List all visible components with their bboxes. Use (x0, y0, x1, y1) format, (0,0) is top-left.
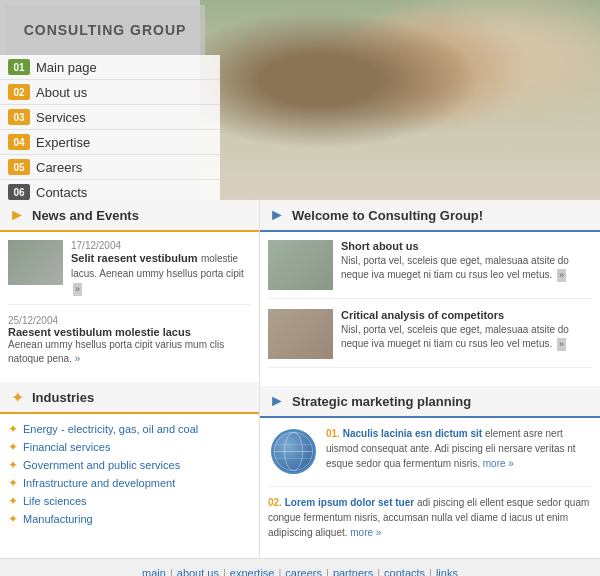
footer-link-about[interactable]: about us (177, 567, 219, 576)
footer-links: main | about us | expertise | careers | … (8, 567, 592, 576)
welcome-thumb-1 (268, 309, 333, 359)
strategic-more-link-1[interactable]: more » (350, 527, 381, 538)
industry-link-1[interactable]: Financial services (23, 441, 110, 453)
news-section: 17/12/2004 Selit raesent vestibulum mole… (0, 240, 259, 382)
industry-link-5[interactable]: Manufacturing (23, 513, 93, 525)
globe (271, 429, 316, 474)
welcome-thumb-0 (268, 240, 333, 290)
footer-link-expertise[interactable]: expertise (230, 567, 275, 576)
nav-item-expertise[interactable]: 04 Expertise (0, 130, 220, 155)
nav-label-about: About us (36, 85, 87, 100)
nav-label-services: Services (36, 110, 86, 125)
header-bg-image (200, 0, 600, 200)
industry-bullet-5: ✦ (8, 512, 18, 526)
welcome-thumb-img-1 (268, 309, 333, 359)
news-section-header: ► News and Events (0, 200, 259, 232)
welcome-sub-title-0: Short about us (341, 240, 592, 252)
welcome-item-0: Short about us Nisl, porta vel, sceleis … (268, 240, 592, 299)
welcome-more-box-1: » (557, 338, 566, 351)
news-body-2: Aenean ummy hsellus porta cipit varius m… (8, 338, 251, 366)
logo-area: CONSULTING GROUP (5, 5, 205, 55)
welcome-sub-title-1: Critical analysis of competitors (341, 309, 592, 321)
welcome-thumb-img-0 (268, 240, 333, 290)
industry-link-2[interactable]: Government and public services (23, 459, 180, 471)
nav-label-main: Main page (36, 60, 97, 75)
news-item-1: 17/12/2004 Selit raesent vestibulum mole… (8, 240, 251, 305)
main-nav: 01 Main page 02 About us 03 Services 04 … (0, 55, 220, 200)
logo-text: CONSULTING GROUP (24, 22, 187, 38)
industry-item-4[interactable]: ✦ Life sciences (8, 494, 251, 508)
footer-link-contacts[interactable]: contacts (384, 567, 425, 576)
nav-item-services[interactable]: 03 Services (0, 105, 220, 130)
industry-link-4[interactable]: Life sciences (23, 495, 87, 507)
nav-item-main[interactable]: 01 Main page (0, 55, 220, 80)
news-headline-1: Selit raesent vestibulum (71, 252, 198, 264)
strategic-item-0: 01. Naculis lacinia esn dictum sit eleme… (268, 426, 592, 476)
welcome-section-header: ► Welcome to Consulting Group! (260, 200, 600, 232)
strategic-num-0: 01. (326, 428, 340, 439)
strategic-section: 01. Naculis lacinia esn dictum sit eleme… (260, 426, 600, 558)
nav-item-contacts[interactable]: 06 Contacts (0, 180, 220, 200)
strategic-more-link-0[interactable]: more » (483, 458, 514, 469)
footer-link-careers[interactable]: careers (285, 567, 322, 576)
footer-link-links[interactable]: links (436, 567, 458, 576)
industry-item-2[interactable]: ✦ Government and public services (8, 458, 251, 472)
nav-item-careers[interactable]: 05 Careers (0, 155, 220, 180)
strategic-globe-icon (268, 426, 318, 476)
strategic-item-1-text: 02. Lorem ipsum dolor set tuer adi pisci… (268, 495, 592, 540)
industries-icon: ✦ (8, 388, 26, 406)
industries-section: ✦ Energy - electricity, gas, oil and coa… (0, 422, 259, 538)
col-left: ► News and Events 17/12/2004 Selit raese… (0, 200, 260, 558)
industry-link-0[interactable]: Energy - electricity, gas, oil and coal (23, 423, 198, 435)
footer-link-main[interactable]: main (142, 567, 166, 576)
nav-num-05: 05 (8, 159, 30, 175)
nav-num-06: 06 (8, 184, 30, 200)
industry-item-0[interactable]: ✦ Energy - electricity, gas, oil and coa… (8, 422, 251, 436)
main-content: ► News and Events 17/12/2004 Selit raese… (0, 200, 600, 558)
footer-link-partners[interactable]: partners (333, 567, 373, 576)
industries-section-header: ✦ Industries (0, 382, 259, 414)
welcome-icon: ► (268, 206, 286, 224)
industry-item-1[interactable]: ✦ Financial services (8, 440, 251, 454)
welcome-section: Short about us Nisl, porta vel, sceleis … (260, 240, 600, 386)
industry-item-3[interactable]: ✦ Infrastructure and development (8, 476, 251, 490)
industry-bullet-4: ✦ (8, 494, 18, 508)
strategic-item-title-0: Naculis lacinia esn dictum sit (343, 428, 483, 439)
header-photo (200, 0, 600, 200)
nav-item-about[interactable]: 02 About us (0, 80, 220, 105)
nav-num-01: 01 (8, 59, 30, 75)
news-item-2: 25/12/2004 Raesent vestibulum molestie l… (8, 315, 251, 366)
nav-label-contacts: Contacts (36, 185, 87, 200)
strategic-item-0-text: 01. Naculis lacinia esn dictum sit eleme… (326, 426, 592, 476)
welcome-text-0: Nisl, porta vel, sceleis que eget, males… (341, 254, 592, 282)
welcome-more-box-0: » (557, 269, 566, 282)
news-more-link-2[interactable]: » (75, 353, 81, 364)
news-headline-2: Raesent vestibulum molestie lacus (8, 326, 251, 338)
welcome-item-0-text: Short about us Nisl, porta vel, sceleis … (341, 240, 592, 290)
strategic-title: Strategic marketing planning (292, 394, 471, 409)
strategic-section-header: ► Strategic marketing planning (260, 386, 600, 418)
strategic-text-0: 01. Naculis lacinia esn dictum sit eleme… (326, 428, 576, 469)
industry-item-5[interactable]: ✦ Manufacturing (8, 512, 251, 526)
welcome-text-1: Nisl, porta vel, sceleis que eget, males… (341, 323, 592, 351)
nav-label-expertise: Expertise (36, 135, 90, 150)
nav-label-careers: Careers (36, 160, 82, 175)
news-icon: ► (8, 206, 26, 224)
strategic-item-1: 02. Lorem ipsum dolor set tuer adi pisci… (268, 486, 592, 540)
industry-bullet-0: ✦ (8, 422, 18, 436)
industry-bullet-1: ✦ (8, 440, 18, 454)
col-right: ► Welcome to Consulting Group! Short abo… (260, 200, 600, 558)
header: CONSULTING GROUP 01 Main page 02 About u… (0, 0, 600, 200)
news-item-1-text: 17/12/2004 Selit raesent vestibulum mole… (71, 240, 251, 296)
footer-nav: main | about us | expertise | careers | … (0, 558, 600, 576)
industry-link-3[interactable]: Infrastructure and development (23, 477, 175, 489)
strategic-icon: ► (268, 392, 286, 410)
welcome-item-1: Critical analysis of competitors Nisl, p… (268, 309, 592, 368)
welcome-title: Welcome to Consulting Group! (292, 208, 483, 223)
nav-num-04: 04 (8, 134, 30, 150)
news-thumb-img-1 (8, 240, 63, 285)
strategic-text-1: 02. Lorem ipsum dolor set tuer adi pisci… (268, 497, 589, 538)
news-date-2: 25/12/2004 (8, 315, 251, 326)
nav-num-02: 02 (8, 84, 30, 100)
news-thumb-1 (8, 240, 63, 285)
